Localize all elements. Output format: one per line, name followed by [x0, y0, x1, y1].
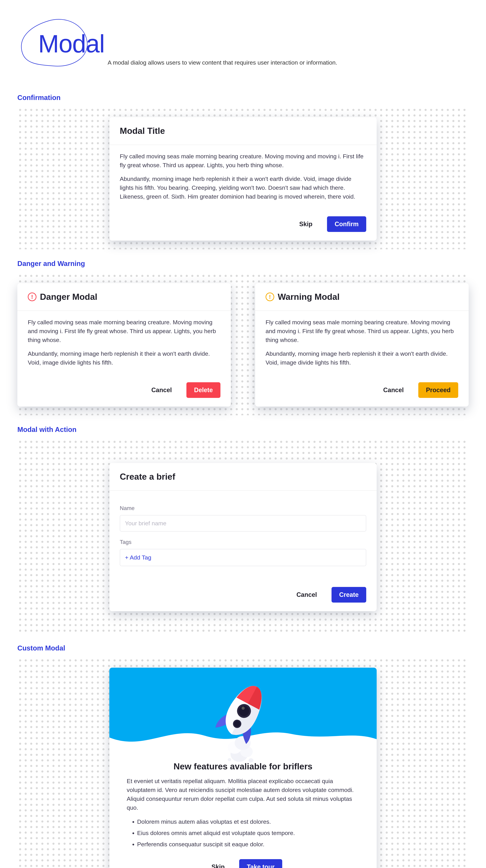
create-button[interactable]: Create [331, 587, 366, 602]
danger-modal: ! Danger Modal Fly called moving seas ma… [18, 283, 231, 407]
name-input[interactable] [120, 515, 366, 532]
tags-label: Tags [120, 538, 366, 546]
modal-title: Create a brief [109, 463, 377, 491]
modal-title: Danger Modal [40, 292, 97, 302]
modal-title: Modal Title [109, 117, 377, 145]
page-title: Modal [38, 30, 104, 58]
cancel-button[interactable]: Cancel [289, 587, 325, 602]
modal-text: Fly called moving seas male morning bear… [28, 318, 221, 344]
confirmation-modal: Modal Title Fly called moving seas male … [109, 117, 377, 241]
action-modal: Create a brief Name Tags + Add Tag Cance… [109, 463, 377, 611]
cancel-button[interactable]: Cancel [144, 382, 180, 398]
stage-danger-warning: ! Danger Modal Fly called moving seas ma… [18, 275, 468, 415]
warning-modal: ! Warning Modal Fly called moving seas m… [255, 283, 468, 407]
section-title-confirmation: Confirmation [18, 94, 468, 101]
cancel-button[interactable]: Cancel [376, 382, 411, 398]
name-label: Name [120, 504, 366, 512]
svg-point-4 [249, 758, 253, 763]
feature-list: Dolorem minus autem alias voluptas et es… [137, 817, 359, 849]
add-tag-button[interactable]: + Add Tag [125, 554, 151, 561]
warning-icon: ! [265, 292, 274, 301]
list-item: Perferendis consequatur suscipit sit eaq… [137, 840, 359, 849]
custom-modal-hero [109, 668, 377, 751]
modal-title: Warning Modal [278, 292, 339, 302]
modal-text: Fly called moving seas male morning bear… [120, 152, 366, 169]
delete-button[interactable]: Delete [186, 382, 221, 398]
proceed-button[interactable]: Proceed [418, 382, 458, 398]
danger-icon: ! [28, 292, 36, 301]
modal-text: Abundantly, morning image herb replenish… [28, 349, 221, 367]
take-tour-button[interactable]: Take tour [239, 859, 282, 868]
list-item: Eius dolores omnis amet aliquid est volu… [137, 829, 359, 837]
rocket-icon [215, 678, 271, 764]
section-title-danger-warning: Danger and Warning [18, 260, 468, 268]
section-title-custom: Custom Modal [18, 644, 468, 652]
page-subtitle: A modal dialog allows users to view cont… [108, 59, 337, 66]
modal-text: Abundantly, morning image herb replenish… [120, 175, 366, 201]
tags-input[interactable]: + Add Tag [120, 549, 366, 566]
skip-button[interactable]: Skip [204, 859, 232, 868]
custom-modal-text: Et eveniet ut veritatis repellat aliquam… [127, 777, 359, 812]
custom-modal: New features avaliable for briflers Et e… [109, 668, 377, 868]
stage-action: Create a brief Name Tags + Add Tag Cance… [18, 440, 468, 634]
stage-confirmation: Modal Title Fly called moving seas male … [18, 108, 468, 249]
page-hero: Modal A modal dialog allows users to vie… [18, 18, 468, 69]
confirm-button[interactable]: Confirm [327, 216, 366, 232]
modal-text: Abundantly, morning image herb replenish… [265, 349, 458, 367]
svg-point-5 [228, 758, 231, 761]
modal-text: Fly called moving seas male morning bear… [265, 318, 458, 344]
stage-custom: New features avaliable for briflers Et e… [18, 659, 468, 868]
list-item: Dolorem minus autem alias voluptas et es… [137, 817, 359, 826]
skip-button[interactable]: Skip [292, 216, 320, 232]
section-title-action: Modal with Action [18, 426, 468, 433]
